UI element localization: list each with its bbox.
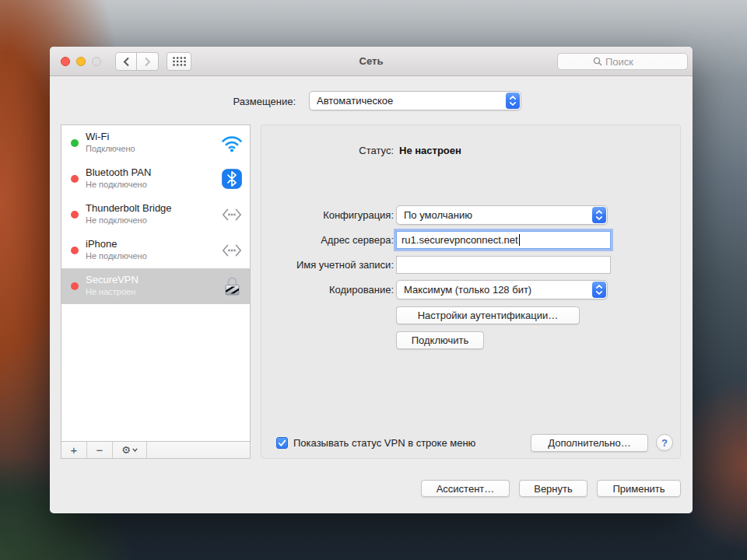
auth-settings-button[interactable]: Настройки аутентификации… [396,306,580,324]
account-name-label: Имя учетной записи: [261,259,394,271]
status-value: Не настроен [399,145,461,156]
status-dot-red [71,247,79,254]
show-vpn-status-label: Показывать статус VPN в строке меню [293,437,475,449]
search-icon [593,57,602,66]
apply-button[interactable]: Применить [597,480,681,497]
service-status: Не настроен [86,287,135,296]
service-status: Не подключено [86,180,147,189]
service-row-iphone[interactable]: iPhone Не подключено [61,233,250,268]
server-address-value: ru1.securevpnconnect.net [402,234,518,246]
chevron-down-icon [132,448,138,452]
title-bar[interactable]: Сеть [50,47,693,76]
server-address-field[interactable]: ru1.securevpnconnect.net [396,231,611,249]
help-button[interactable]: ? [656,434,673,451]
bridge-icon [221,204,243,226]
status-dot-red [71,282,79,290]
service-row-thunderbolt-bridge[interactable]: Thunderbolt Bridge Не подключено [61,197,250,233]
configuration-popup[interactable]: По умолчанию [396,205,608,225]
service-name: SecureVPN [86,274,139,285]
add-service-button[interactable]: + [61,442,87,458]
service-status: Подключено [86,144,135,153]
connect-button[interactable]: Подключить [396,331,484,349]
bluetooth-icon [221,168,243,190]
status-dot-red [71,211,79,219]
configuration-value: По умолчанию [404,209,472,221]
service-name: Wi-Fi [86,131,109,142]
status-dot-red [71,175,79,183]
vpn-lock-icon [221,275,243,297]
popup-stepper-icon [592,207,606,223]
account-name-field[interactable] [396,256,611,274]
advanced-button[interactable]: Дополнительно… [531,434,648,452]
checkmark-icon [278,439,286,447]
service-row-wifi[interactable]: Wi-Fi Подключено [61,125,250,161]
bridge-icon [221,240,243,261]
wifi-icon [221,132,243,154]
location-label: Размещение: [174,96,296,107]
encryption-label: Кодирование: [261,284,394,296]
search-field[interactable] [557,53,688,70]
services-list-toolbar: + − ⚙ [61,441,250,458]
encryption-popup[interactable]: Максимум (только 128 бит) [396,280,608,299]
service-row-bluetooth-pan[interactable]: Bluetooth PAN Не подключено [61,161,250,197]
revert-button[interactable]: Вернуть [519,480,587,497]
popup-stepper-icon [506,93,520,109]
network-preferences-window: Сеть Размещение: Автоматическое Wi-Fi По… [50,47,693,513]
location-popup[interactable]: Автоматическое [309,91,521,110]
search-input[interactable] [605,56,652,68]
service-name: Thunderbolt Bridge [86,202,172,214]
service-detail-panel: Статус: Не настроен Конфигурация: По умо… [261,124,681,459]
location-value: Автоматическое [317,95,393,107]
encryption-value: Максимум (только 128 бит) [404,284,531,296]
action-menu-button[interactable]: ⚙ [113,442,147,458]
popup-stepper-icon [592,282,606,298]
server-address-label: Адрес сервера: [261,234,394,246]
service-status: Не подключено [86,251,147,261]
status-label: Статус: [261,145,394,156]
remove-service-button[interactable]: − [87,442,113,458]
service-name: iPhone [86,238,117,250]
service-status: Не подключено [86,215,147,225]
question-mark-icon: ? [661,437,668,449]
service-name: Bluetooth PAN [86,166,151,178]
text-cursor [519,234,520,246]
service-row-securevpn[interactable]: SecureVPN Не настроен [61,268,250,304]
assistant-button[interactable]: Ассистент… [421,480,510,497]
services-list: Wi-Fi Подключено Bluetooth PAN Не подклю… [61,124,251,459]
gear-icon: ⚙ [121,444,131,456]
status-dot-green [71,139,79,147]
configuration-label: Конфигурация: [261,209,394,221]
show-vpn-status-checkbox[interactable] [276,437,288,449]
